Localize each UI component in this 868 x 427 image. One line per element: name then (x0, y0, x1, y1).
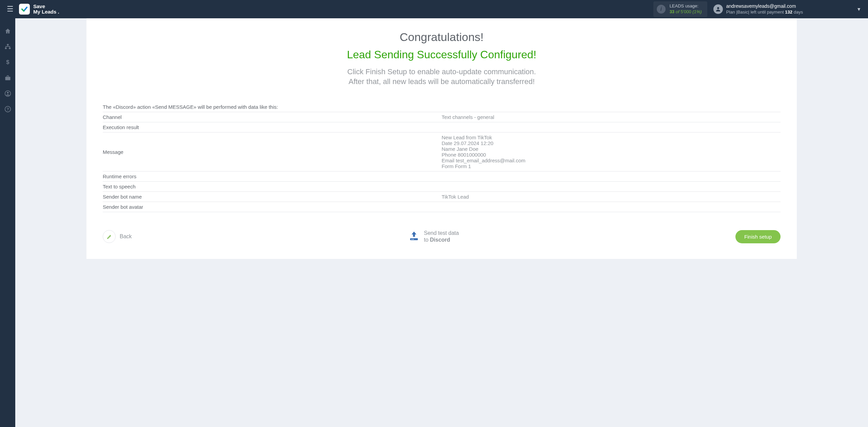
action-description: The «Discord» action «Send MESSAGE» will… (103, 104, 781, 110)
table-row: Runtime errors (103, 171, 781, 181)
footer-actions: Back Send test data to Discord Finish se… (103, 230, 781, 243)
success-subtitle: Lead Sending Successfully Configured! (103, 48, 781, 61)
svg-rect-12 (413, 239, 414, 240)
send-test-text: Send test data to Discord (424, 230, 459, 243)
usage-box[interactable]: i LEADS usage: 33 of 5'000 (1%) (653, 1, 707, 17)
account-block[interactable]: andrewsavemyleads@gmail.com Plan |Basic|… (713, 3, 803, 15)
account-email: andrewsavemyleads@gmail.com (726, 3, 803, 9)
chevron-down-icon[interactable]: ▼ (856, 6, 861, 12)
hamburger-icon[interactable]: ☰ (3, 3, 17, 16)
row-label: Execution result (103, 122, 442, 132)
usage-text: LEADS usage: 33 of 5'000 (1%) (670, 3, 702, 15)
table-row: Message New Lead from TikTok Date 29.07.… (103, 132, 781, 171)
row-label: Runtime errors (103, 171, 442, 181)
finish-setup-button[interactable]: Finish setup (735, 230, 781, 243)
logo[interactable]: Save My Leads . (19, 4, 59, 15)
usage-label: LEADS usage: (670, 3, 702, 9)
usage-total: 5'000 (680, 9, 691, 14)
table-row: Execution result (103, 122, 781, 132)
sidebar-billing-icon[interactable]: $ (0, 56, 15, 69)
congrats-title: Congratulations! (103, 30, 781, 44)
svg-text:?: ? (6, 107, 9, 111)
data-table: Channel Text channels - general Executio… (103, 112, 781, 212)
svg-rect-1 (7, 44, 8, 45)
info-icon: i (657, 5, 666, 14)
logo-text: Save My Leads . (33, 4, 59, 15)
topbar-right: i LEADS usage: 33 of 5'000 (1%) andrewsa… (653, 1, 861, 17)
table-row: Sender bot avatar (103, 202, 781, 212)
layout: $ ? Congratulations! Lead Sending Succes… (0, 18, 868, 427)
sidebar: $ ? (0, 18, 15, 427)
svg-point-7 (7, 92, 8, 94)
upload-icon (408, 230, 420, 243)
sidebar-connections-icon[interactable] (0, 40, 15, 54)
row-value (442, 171, 781, 181)
row-value: Text channels - general (442, 112, 781, 122)
row-label: Text to speech (103, 182, 442, 191)
row-label: Sender bot name (103, 192, 442, 202)
sub-description: Click Finish Setup to enable auto-update… (103, 67, 781, 86)
row-label: Channel (103, 112, 442, 122)
main: Congratulations! Lead Sending Successful… (15, 18, 868, 427)
pencil-icon (103, 230, 116, 243)
svg-text:$: $ (6, 59, 9, 65)
table-row: Text to speech (103, 181, 781, 191)
row-value (442, 182, 781, 191)
usage-current: 33 (670, 9, 674, 14)
row-value (442, 202, 781, 212)
svg-point-0 (717, 7, 719, 9)
svg-rect-3 (9, 48, 11, 49)
send-test-data-button[interactable]: Send test data to Discord (408, 230, 459, 243)
svg-rect-10 (410, 238, 418, 240)
back-label: Back (120, 233, 132, 240)
usage-of: of (676, 9, 680, 14)
sidebar-home-icon[interactable] (0, 24, 15, 38)
back-button[interactable]: Back (103, 230, 132, 243)
row-value (442, 122, 781, 132)
row-label: Sender bot avatar (103, 202, 442, 212)
table-row: Channel Text channels - general (103, 112, 781, 122)
svg-rect-2 (5, 48, 6, 49)
account-plan: Plan |Basic| left until payment 132 days (726, 9, 803, 15)
sidebar-briefcase-icon[interactable] (0, 71, 15, 85)
account-text: andrewsavemyleads@gmail.com Plan |Basic|… (726, 3, 803, 15)
logo-check-icon (19, 4, 30, 15)
svg-rect-11 (412, 239, 412, 240)
row-label: Message (103, 133, 442, 171)
avatar-icon (713, 4, 723, 14)
svg-rect-5 (5, 77, 10, 80)
sidebar-user-icon[interactable] (0, 87, 15, 100)
row-value: TikTok Lead (442, 192, 781, 202)
row-value: New Lead from TikTok Date 29.07.2024 12:… (442, 133, 781, 171)
table-row: Sender bot name TikTok Lead (103, 191, 781, 202)
usage-pct: (1%) (692, 9, 702, 14)
topbar: ☰ Save My Leads . i LEADS usage: 33 of 5… (0, 0, 868, 18)
setup-card: Congratulations! Lead Sending Successful… (86, 18, 797, 259)
sidebar-help-icon[interactable]: ? (0, 102, 15, 116)
